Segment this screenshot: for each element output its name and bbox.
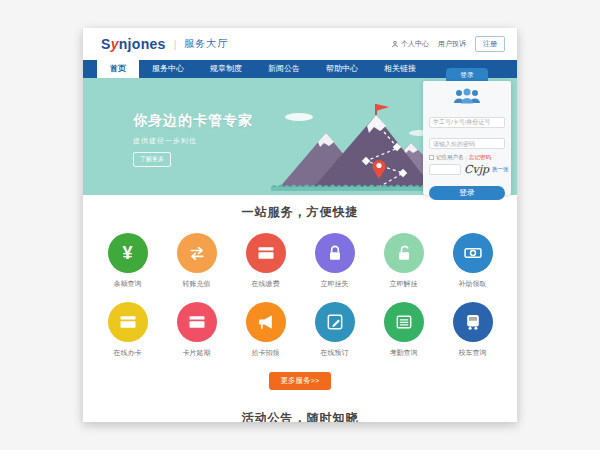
- remember-checkbox[interactable]: [429, 155, 434, 160]
- services-grid: ¥ 余额查询 转账充值 在线缴费: [83, 221, 517, 358]
- captcha-row: Cvjp 换一张: [429, 164, 505, 175]
- logo-part: S: [101, 36, 111, 52]
- services-title: 一站服务，方便快捷: [83, 204, 517, 221]
- hero-subtitle: 提供捷径一步到位: [133, 136, 253, 146]
- attendance-icon: [384, 302, 424, 342]
- site-logo[interactable]: Synjones: [101, 36, 166, 52]
- login-tab[interactable]: 登录: [446, 68, 488, 81]
- card-icon: [177, 302, 217, 342]
- service-label: 在线缴费: [252, 279, 280, 289]
- service-card-extension[interactable]: 卡片延期: [162, 302, 231, 358]
- header-divider: |: [174, 39, 177, 50]
- hero-banner: 你身边的卡管专家 提供捷径一步到位 了解更多: [83, 78, 517, 195]
- user-feedback-link[interactable]: 用户投诉: [438, 39, 466, 49]
- transfer-icon: [177, 233, 217, 273]
- announcements-section: 活动公告，随时知晓 使用动态 最新公告 更多>> 使用指南 更多>>: [83, 410, 517, 422]
- change-captcha-link[interactable]: 换一张: [492, 166, 509, 173]
- remember-label: 记住用户名: [436, 154, 464, 161]
- site-header: Synjones | 服务大厅 个人中心 用户投诉 注册: [83, 28, 517, 60]
- nav-item-rules[interactable]: 规章制度: [197, 60, 255, 78]
- service-balance-inquiry[interactable]: ¥ 余额查询: [93, 233, 162, 289]
- nav-item-home[interactable]: 首页: [97, 60, 139, 78]
- card-icon: [108, 302, 148, 342]
- announcements-title: 活动公告，随时知晓: [83, 410, 517, 422]
- edit-icon: [315, 302, 355, 342]
- logo-accent: y: [111, 36, 119, 52]
- service-label: 校车查询: [459, 348, 487, 358]
- nav-item-links[interactable]: 相关链接: [371, 60, 429, 78]
- services-section: 一站服务，方便快捷 ¥ 余额查询 转账充值 在线缴费: [83, 195, 517, 390]
- service-label: 转账充值: [183, 279, 211, 289]
- username-input[interactable]: [429, 117, 505, 128]
- service-label: 卡片延期: [183, 348, 211, 358]
- service-label: 补助领取: [459, 279, 487, 289]
- unlock-icon: [384, 233, 424, 273]
- service-report-loss[interactable]: 立即挂失: [300, 233, 369, 289]
- users-group-icon: [429, 88, 505, 104]
- logo-part: njones: [119, 36, 166, 52]
- browser-page: Synjones | 服务大厅 个人中心 用户投诉 注册 首页 服务中心 规章制…: [83, 28, 517, 422]
- site-name: 服务大厅: [184, 37, 228, 51]
- banknote-icon: [453, 233, 493, 273]
- service-online-booking[interactable]: 在线预订: [300, 302, 369, 358]
- nav-item-help-center[interactable]: 帮助中心: [313, 60, 371, 78]
- nav-item-service-center[interactable]: 服务中心: [139, 60, 197, 78]
- service-online-card-apply[interactable]: 在线办卡: [93, 302, 162, 358]
- captcha-input[interactable]: [429, 164, 461, 175]
- hero-title: 你身边的卡管专家: [133, 112, 253, 130]
- login-form: 记住用户名 | 忘记密码 Cvjp 换一张 登录: [423, 81, 511, 195]
- hero-text-block: 你身边的卡管专家 提供捷径一步到位 了解更多: [133, 112, 253, 167]
- megaphone-icon: [246, 302, 286, 342]
- register-button[interactable]: 注册: [475, 36, 505, 52]
- forgot-password-link[interactable]: 忘记密码: [469, 154, 491, 161]
- separator: |: [466, 155, 467, 161]
- service-release-loss[interactable]: 立即解挂: [369, 233, 438, 289]
- service-transfer-recharge[interactable]: 转账充值: [162, 233, 231, 289]
- service-attendance-inquiry[interactable]: 考勤查询: [369, 302, 438, 358]
- service-label: 考勤查询: [390, 348, 418, 358]
- captcha-image[interactable]: Cvjp: [464, 164, 489, 175]
- personal-center-label: 个人中心: [401, 39, 429, 49]
- login-panel: 登录 记住用户名 | 忘记密码: [423, 68, 511, 195]
- service-label: 余额查询: [114, 279, 142, 289]
- service-subsidy-collect[interactable]: 补助领取: [438, 233, 507, 289]
- nav-item-news[interactable]: 新闻公告: [255, 60, 313, 78]
- lock-icon: [315, 233, 355, 273]
- header-right: 个人中心 用户投诉 注册: [391, 36, 505, 52]
- service-label: 拾卡招领: [252, 348, 280, 358]
- password-input[interactable]: [429, 138, 505, 149]
- user-icon: [391, 40, 399, 48]
- service-label: 在线办卡: [114, 348, 142, 358]
- service-school-bus-inquiry[interactable]: 校车查询: [438, 302, 507, 358]
- desktop-background: Synjones | 服务大厅 个人中心 用户投诉 注册 首页 服务中心 规章制…: [0, 0, 600, 450]
- service-label: 立即挂失: [321, 279, 349, 289]
- personal-center-link[interactable]: 个人中心: [391, 39, 429, 49]
- card-icon: [246, 233, 286, 273]
- bus-icon: [453, 302, 493, 342]
- more-services-button[interactable]: 更多服务>>: [269, 372, 332, 390]
- hero-cta-button[interactable]: 了解更多: [133, 152, 171, 167]
- yen-icon: ¥: [108, 233, 148, 273]
- service-lost-card-found[interactable]: 拾卡招领: [231, 302, 300, 358]
- service-label: 立即解挂: [390, 279, 418, 289]
- service-label: 在线预订: [321, 348, 349, 358]
- remember-row: 记住用户名 | 忘记密码: [429, 154, 505, 161]
- login-submit-button[interactable]: 登录: [429, 186, 505, 200]
- service-online-payment[interactable]: 在线缴费: [231, 233, 300, 289]
